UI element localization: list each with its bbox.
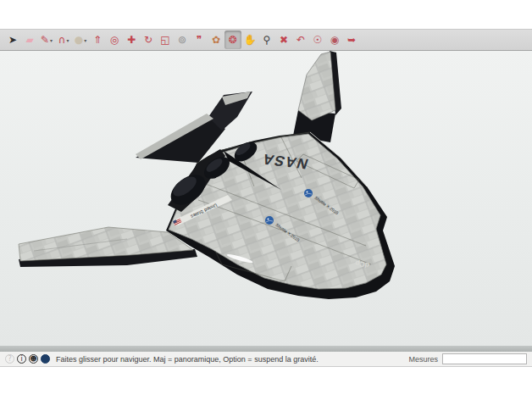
push-pull-tool[interactable]: ⇑ — [89, 31, 106, 49]
model-info-icon[interactable] — [41, 354, 50, 364]
statusbar-icons: ?i☻ — [5, 354, 53, 364]
arc-tool-menu-caret[interactable]: ▾ — [66, 37, 69, 43]
toolbar: ➤▰✎▾∩▾●▾⇑◎✚↻◱⊚❞✿❂✋⚲✖↶☉◉➥ — [0, 29, 532, 51]
offset-tool[interactable]: ◎ — [106, 31, 123, 49]
zoom-tool-icon: ⚲ — [263, 35, 271, 45]
status-hint: Faites glisser pour naviguer. Maj = pano… — [56, 355, 319, 364]
zoom-extents-tool-icon: ✖ — [280, 35, 288, 45]
rotate-tool-icon: ↻ — [144, 35, 152, 45]
walk-tool-icon: ➥ — [347, 35, 356, 45]
sketchup-window: ➤▰✎▾∩▾●▾⇑◎✚↻◱⊚❞✿❂✋⚲✖↶☉◉➥ — [0, 29, 532, 367]
move-tool-icon: ✚ — [127, 35, 136, 45]
info-icon[interactable]: i — [17, 354, 26, 364]
viewport[interactable]: NASA United States Shuttle X-2010 — [0, 51, 532, 346]
measurements-label: Mesures — [408, 355, 438, 364]
arc-tool-icon: ∩ — [58, 35, 66, 45]
rotate-tool[interactable]: ↻ — [140, 31, 157, 49]
toolbar-tools: ➤▰✎▾∩▾●▾⇑◎✚↻◱⊚❞✿❂✋⚲✖↶☉◉➥ — [4, 31, 360, 49]
eraser-tool[interactable]: ▰ — [21, 31, 38, 49]
select-tool[interactable]: ➤ — [4, 31, 21, 49]
zoom-extents-tool[interactable]: ✖ — [275, 31, 292, 49]
shapes-tool-icon: ● — [75, 35, 83, 45]
pan-tool-icon: ✋ — [244, 35, 257, 45]
orbit-tool-icon: ❂ — [229, 35, 237, 45]
zoom-tool[interactable]: ⚲ — [258, 31, 275, 49]
text-tool[interactable]: ❞ — [191, 31, 208, 49]
scale-tool[interactable]: ◱ — [157, 31, 174, 49]
push-pull-tool-icon: ⇑ — [93, 35, 102, 45]
position-camera-tool[interactable]: ☉ — [309, 31, 326, 49]
model-tail-fin[interactable] — [293, 51, 341, 142]
look-around-tool[interactable]: ◉ — [326, 31, 343, 49]
previous-view-tool-icon: ↶ — [296, 35, 305, 45]
arc-tool[interactable]: ∩▾ — [55, 31, 72, 49]
eraser-tool-icon: ▰ — [25, 35, 33, 45]
status-bar: ?i☻ Faites glisser pour naviguer. Maj = … — [0, 352, 532, 367]
line-tool[interactable]: ✎▾ — [38, 31, 55, 49]
offset-tool-icon: ◎ — [110, 35, 119, 45]
measurements-input[interactable] — [442, 353, 527, 364]
model-spacecraft: NASA United States Shuttle X-2010 — [0, 51, 532, 346]
scale-tool-icon: ◱ — [160, 35, 169, 45]
position-camera-tool-icon: ☉ — [313, 35, 323, 45]
nasa-meatball-upper — [304, 189, 313, 197]
walk-tool[interactable]: ➥ — [343, 31, 360, 49]
paint-bucket-tool-icon: ✿ — [212, 35, 220, 45]
select-tool-icon: ➤ — [8, 35, 17, 45]
credits-icon[interactable]: ☻ — [29, 354, 38, 364]
line-tool-menu-caret[interactable]: ▾ — [50, 37, 53, 43]
text-tool-icon: ❞ — [197, 35, 202, 45]
shapes-tool[interactable]: ●▾ — [72, 31, 89, 49]
move-tool[interactable]: ✚ — [123, 31, 140, 49]
nasa-meatball-lower — [265, 216, 274, 225]
tape-measure-tool-icon: ⊚ — [178, 35, 186, 45]
tape-measure-tool[interactable]: ⊚ — [174, 31, 191, 49]
line-tool-icon: ✎ — [41, 35, 49, 45]
paint-bucket-tool[interactable]: ✿ — [208, 31, 224, 49]
orbit-tool[interactable]: ❂ — [224, 31, 241, 49]
shapes-tool-menu-caret[interactable]: ▾ — [84, 37, 86, 43]
viewport-bottom-strip — [0, 346, 532, 352]
pan-tool[interactable]: ✋ — [241, 31, 258, 49]
previous-view-tool[interactable]: ↶ — [292, 31, 309, 49]
look-around-tool-icon: ◉ — [330, 35, 339, 45]
claim-icon[interactable]: ? — [5, 354, 14, 364]
